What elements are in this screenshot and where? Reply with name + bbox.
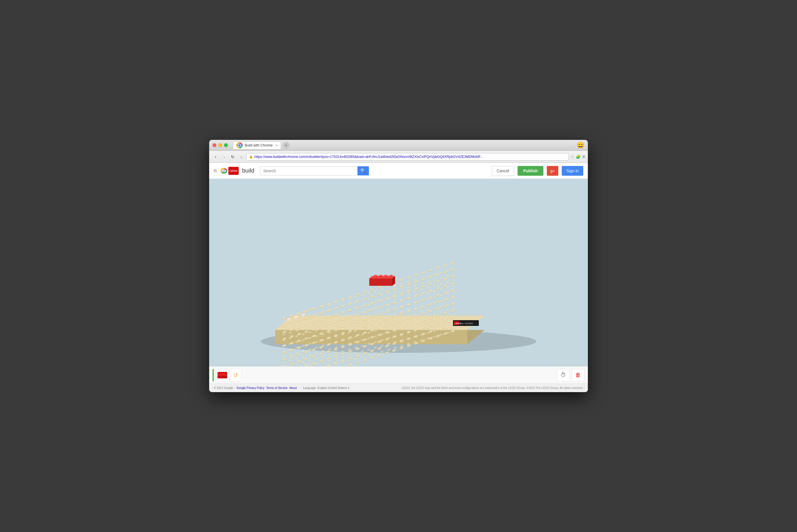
back-button[interactable]: ‹ xyxy=(212,153,219,160)
forward-button[interactable]: › xyxy=(221,153,228,160)
cancel-button[interactable]: Cancel xyxy=(492,166,514,176)
language-label: Language: English (United States) xyxy=(303,386,347,390)
rotate-icon: ↺ xyxy=(233,372,238,379)
app-title: build xyxy=(242,167,254,174)
main-canvas[interactable]: LEGO No. 8325950 xyxy=(209,179,588,366)
search-button[interactable]: 🔍 xyxy=(358,166,369,175)
bookmark-icon[interactable]: ☆ xyxy=(570,154,574,159)
mac-window: Build with Chrome ✕ + 😄 ‹ › ↻ ⌂ 🔒 https:… xyxy=(209,140,588,392)
svg-marker-25 xyxy=(369,278,392,286)
brick-knob-4 xyxy=(225,372,227,373)
lego-scene: LEGO No. 8325950 xyxy=(209,179,588,366)
delete-icon: 🗑 xyxy=(575,372,581,378)
search-container: 🔍 xyxy=(260,166,369,175)
google-plus-button[interactable]: g+ xyxy=(547,166,558,176)
window-buttons xyxy=(213,143,228,147)
svg-point-30 xyxy=(379,275,382,277)
url-text: https://www.buildwithchrome.com/m/builde… xyxy=(254,155,483,159)
chrome-logo xyxy=(220,167,227,174)
brand-logos: LEGO xyxy=(220,167,239,175)
tab-favicon xyxy=(236,142,243,149)
home-button[interactable]: ⌂ xyxy=(238,153,245,160)
gplus-label: g+ xyxy=(550,169,555,173)
copyright-text: © 2013 Google - xyxy=(214,386,235,390)
extensions-icon[interactable]: 🧩 xyxy=(576,154,581,159)
new-tab-button[interactable]: + xyxy=(283,142,289,149)
tab-label: Build with Chrome xyxy=(245,143,273,147)
minimize-button[interactable] xyxy=(218,143,222,147)
privacy-link[interactable]: Google Privacy Policy xyxy=(237,386,265,390)
svg-point-28 xyxy=(374,275,377,277)
language-chevron-icon: ▾ xyxy=(348,386,349,390)
nav-bar: ‹ › ↻ ⌂ 🔒 https://www.buildwithchrome.co… xyxy=(209,151,588,163)
brick-knob-1 xyxy=(219,372,220,373)
delete-button[interactable]: 🗑 xyxy=(572,369,584,381)
svg-text:LEGO: LEGO xyxy=(454,322,461,325)
tab-bar: Build with Chrome ✕ + xyxy=(233,141,577,149)
rotate-button[interactable]: ↺ xyxy=(230,369,241,381)
app-toolbar: ⎋ LEGO build 🔍 Cancel Publish g+ Sign in xyxy=(209,163,588,179)
refresh-button[interactable]: ↻ xyxy=(229,153,236,160)
search-input[interactable] xyxy=(260,166,358,175)
history-button[interactable]: ⏱ xyxy=(557,369,569,381)
brick-mini-front xyxy=(217,376,227,378)
title-bar: Build with Chrome ✕ + 😄 xyxy=(209,140,588,151)
brick-knob-2 xyxy=(221,372,222,373)
svg-text:No. 8325950: No. 8325950 xyxy=(461,322,473,325)
signin-button[interactable]: Sign in xyxy=(562,166,583,176)
menu-icon[interactable]: ≡ xyxy=(582,154,585,159)
brick-knob-3 xyxy=(223,372,224,373)
address-bar[interactable]: 🔒 https://www.buildwithchrome.com/m/buil… xyxy=(247,153,568,160)
emoji-decoration: 😄 xyxy=(577,141,584,149)
history-icon: ⏱ xyxy=(560,372,566,378)
maximize-button[interactable] xyxy=(224,143,228,147)
share-button[interactable]: ⎋ xyxy=(214,168,217,174)
brick-mini-top xyxy=(217,372,227,376)
brick-thumbnail[interactable] xyxy=(215,369,229,381)
svg-point-6 xyxy=(223,170,225,171)
footer: © 2013 Google - Google Privacy Policy Te… xyxy=(209,383,588,392)
active-tab[interactable]: Build with Chrome ✕ xyxy=(233,141,281,149)
publish-button[interactable]: Publish xyxy=(518,166,544,176)
tab-close-button[interactable]: ✕ xyxy=(275,144,278,147)
brick-mini xyxy=(217,372,227,378)
svg-point-34 xyxy=(389,275,393,277)
lego-logo: LEGO xyxy=(229,167,239,175)
selection-indicator xyxy=(213,369,214,381)
svg-point-32 xyxy=(384,275,387,277)
legal-text: LEGO, the LEGO logo and the Brick and kn… xyxy=(402,386,583,390)
language-selector[interactable]: Language: English (United States) ▾ xyxy=(303,386,349,390)
brick-selector: ↺ xyxy=(213,369,241,381)
bottom-toolbar: ↺ ⏱ 🗑 xyxy=(209,366,588,383)
ssl-icon: 🔒 xyxy=(249,155,253,158)
close-button[interactable] xyxy=(213,143,216,147)
terms-link[interactable]: Terms of Service xyxy=(266,386,288,390)
svg-point-2 xyxy=(238,144,241,147)
about-link[interactable]: About xyxy=(289,386,297,390)
bottom-actions: ⏱ 🗑 xyxy=(557,369,584,381)
